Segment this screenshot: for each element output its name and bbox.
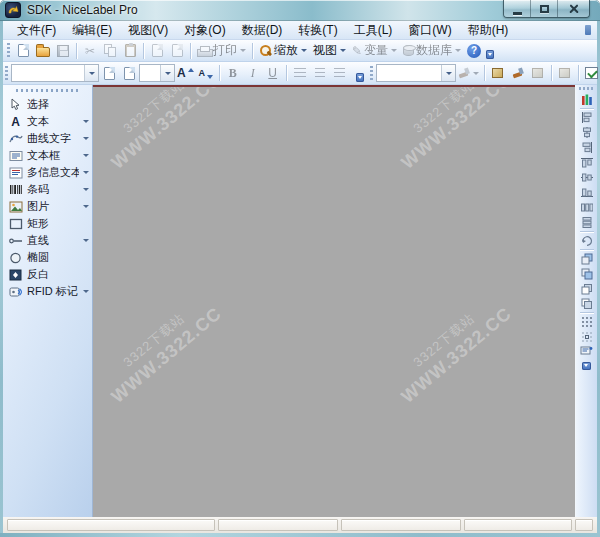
separator — [580, 249, 594, 250]
clear-style-button[interactable] — [528, 63, 548, 83]
rotate-button[interactable] — [579, 233, 595, 248]
menu-overflow-icon[interactable] — [585, 25, 591, 35]
toolbar-grip[interactable] — [579, 87, 594, 90]
menu-view[interactable]: 视图(V) — [120, 21, 176, 40]
toolbar-grip[interactable] — [370, 66, 373, 81]
bold-button[interactable]: B — [223, 63, 243, 83]
chevron-down-icon[interactable] — [83, 137, 89, 140]
show-grid-button[interactable] — [579, 329, 595, 344]
chevron-down-icon[interactable] — [83, 154, 89, 157]
combo-dropdown-button[interactable] — [84, 65, 98, 81]
menu-transform[interactable]: 转换(T) — [290, 21, 345, 40]
chevron-down-icon — [340, 49, 346, 52]
menu-help[interactable]: 帮助(H) — [460, 21, 517, 40]
toolbar-overflow-button[interactable] — [356, 73, 364, 82]
tool-rfid-tag[interactable]: RFID 标记 — [3, 283, 92, 300]
snap-to-grid-button[interactable] — [579, 314, 595, 329]
menu-object[interactable]: 对象(O) — [176, 21, 233, 40]
object-properties-button[interactable] — [555, 63, 575, 83]
object-default-button[interactable] — [488, 63, 508, 83]
chevron-down-icon[interactable] — [83, 205, 89, 208]
menu-tools[interactable]: 工具(L) — [346, 21, 401, 40]
color-format-button[interactable] — [579, 92, 595, 107]
align-top-button[interactable] — [579, 155, 595, 170]
view-button[interactable]: 视图 — [310, 41, 349, 61]
variable-button[interactable]: ✎ 变量 — [349, 41, 400, 61]
menu-file[interactable]: 文件(F) — [9, 21, 64, 40]
undo-button[interactable] — [147, 41, 167, 61]
fill-style-button[interactable] — [456, 63, 481, 83]
menu-window[interactable]: 窗口(W) — [400, 21, 459, 40]
database-button[interactable]: 数据库 — [400, 41, 464, 61]
separator — [580, 231, 594, 232]
align-bottom-button[interactable] — [579, 185, 595, 200]
zoom-button[interactable]: 缩放 — [256, 41, 310, 61]
menu-edit[interactable]: 编辑(E) — [64, 21, 120, 40]
help-button[interactable] — [464, 41, 484, 61]
toolbar-overflow-button[interactable] — [486, 50, 494, 59]
chevron-down-icon[interactable] — [83, 171, 89, 174]
open-button[interactable] — [33, 41, 53, 61]
function-button[interactable]: 函数 — [582, 63, 600, 83]
bring-to-front-button[interactable] — [579, 251, 595, 266]
new-document-button[interactable] — [13, 41, 33, 61]
menu-data[interactable]: 数据(D) — [234, 21, 291, 40]
view-options-button[interactable] — [579, 344, 595, 359]
distribute-h-button[interactable] — [579, 200, 595, 215]
chevron-down-icon[interactable] — [83, 239, 89, 242]
redo-button[interactable] — [167, 41, 187, 61]
print-button[interactable]: 打印 — [194, 41, 249, 61]
distribute-v-button[interactable] — [579, 215, 595, 230]
align-left-button[interactable] — [579, 110, 595, 125]
send-to-back-button[interactable] — [579, 266, 595, 281]
tool-line[interactable]: 直线 — [3, 232, 92, 249]
chevron-down-icon — [301, 49, 307, 52]
chevron-down-icon[interactable] — [83, 120, 89, 123]
bring-forward-button[interactable] — [579, 281, 595, 296]
toolbox-grip[interactable] — [16, 89, 78, 92]
paste-button[interactable] — [120, 41, 140, 61]
chevron-down-icon[interactable] — [83, 188, 89, 191]
italic-button[interactable]: I — [243, 63, 263, 83]
tool-rectangle[interactable]: 矩形 — [3, 215, 92, 232]
shrink-font-button[interactable]: A — [196, 63, 216, 83]
data-combobox[interactable] — [376, 64, 456, 82]
tool-select[interactable]: 选择 — [3, 96, 92, 113]
tool-text[interactable]: A 文本 — [3, 113, 92, 130]
apply-style-button[interactable] — [508, 63, 528, 83]
toolbar-overflow-button[interactable] — [582, 362, 591, 370]
minimize-button[interactable] — [504, 0, 531, 18]
close-button[interactable] — [558, 0, 589, 18]
align-middle-v-button[interactable] — [579, 170, 595, 185]
tool-text-box[interactable]: 文本框 — [3, 147, 92, 164]
font-name-combobox[interactable] — [11, 64, 99, 82]
design-canvas[interactable]: 3322下载站 WWW.3322.CC 3322下载站 WWW.3322.CC … — [93, 85, 575, 517]
printer-font-button[interactable] — [119, 63, 139, 83]
tool-picture[interactable]: 图片 — [3, 198, 92, 215]
send-backward-button[interactable] — [579, 296, 595, 311]
favorite-font-button[interactable] — [99, 63, 119, 83]
tool-inverse[interactable]: 反白 — [3, 266, 92, 283]
title-bar[interactable]: SDK - NiceLabel Pro — [0, 0, 600, 21]
font-size-combobox[interactable] — [139, 64, 175, 82]
combo-dropdown-button[interactable] — [160, 65, 174, 81]
tool-curved-text[interactable]: 曲线文字 — [3, 130, 92, 147]
align-right-button[interactable] — [579, 140, 595, 155]
toolbar-grip[interactable] — [7, 43, 10, 58]
tool-rich-text-box[interactable]: 多信息文本框 — [3, 164, 92, 181]
align-right-button[interactable] — [330, 63, 350, 83]
maximize-button[interactable] — [531, 0, 558, 18]
toolbar-grip[interactable] — [5, 66, 8, 81]
chevron-down-icon[interactable] — [83, 290, 89, 293]
align-center-h-button[interactable] — [579, 125, 595, 140]
copy-button[interactable] — [100, 41, 120, 61]
grow-font-button[interactable]: A — [175, 63, 196, 83]
save-button[interactable] — [53, 41, 73, 61]
underline-button[interactable]: U — [263, 63, 283, 83]
align-left-button[interactable] — [290, 63, 310, 83]
cut-button[interactable]: ✂ — [80, 41, 100, 61]
tool-ellipse[interactable]: 椭圆 — [3, 249, 92, 266]
align-center-button[interactable] — [310, 63, 330, 83]
combo-dropdown-button[interactable] — [441, 65, 455, 81]
tool-barcode[interactable]: 条码 — [3, 181, 92, 198]
